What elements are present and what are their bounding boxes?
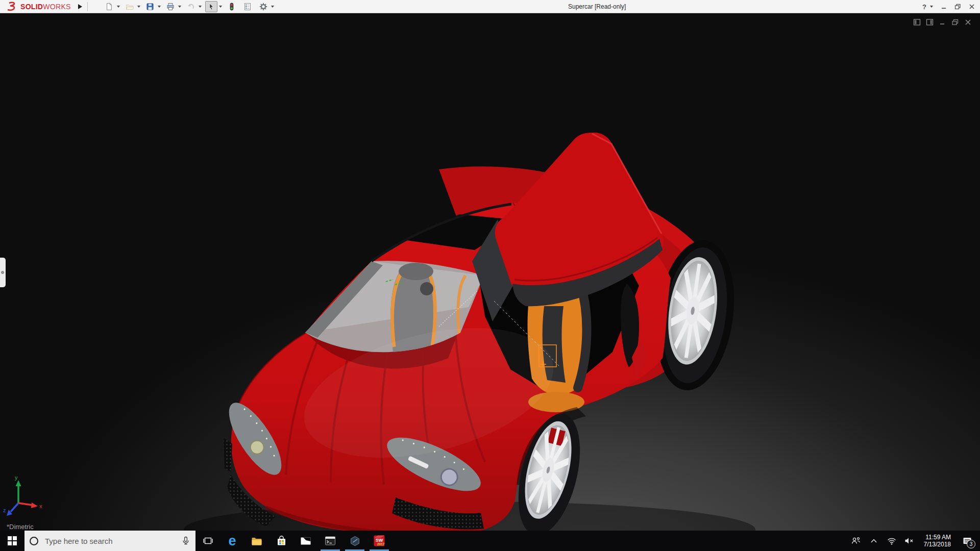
chevron-up-icon[interactable] (867, 531, 880, 551)
taskbar-clock[interactable]: 11:59 AM 7/13/2018 (921, 534, 954, 548)
graphics-viewport[interactable]: y x z *Dimetric (0, 13, 980, 531)
task-view-button[interactable] (195, 531, 220, 551)
taskbar-file-explorer-button[interactable] (244, 531, 269, 551)
start-button[interactable] (0, 531, 24, 551)
file-explorer-icon (251, 536, 262, 546)
tab-handle-dot (1, 271, 4, 274)
taskbar-hexagon-app-button[interactable] (342, 531, 367, 551)
system-tray: 11:59 AM 7/13/2018 3 (849, 531, 980, 551)
notification-badge: 3 (967, 540, 975, 548)
new-document-icon (105, 3, 113, 11)
open-folder-icon (126, 3, 134, 11)
command-prompt-icon (325, 536, 336, 546)
volume-muted-icon[interactable] (903, 531, 916, 551)
taskbar-edge-button[interactable]: e (220, 531, 244, 551)
cortana-icon (30, 537, 38, 545)
windows-logo-icon (8, 536, 17, 545)
sw-letters: SW (376, 538, 383, 543)
restore-button[interactable] (954, 4, 961, 10)
options-button[interactable] (257, 1, 270, 12)
quick-access-toolbar (103, 1, 278, 12)
toolbar-separator (87, 2, 88, 11)
undo-icon (187, 3, 195, 11)
dropdown-caret[interactable] (178, 6, 181, 8)
dropdown-caret[interactable] (199, 6, 202, 8)
action-center-button[interactable]: 3 (959, 531, 976, 551)
child-restore-button[interactable] (951, 18, 959, 26)
new-document-button[interactable] (103, 1, 115, 12)
solidworks-logo: SOLIDWORKS (0, 0, 71, 13)
print-button[interactable] (164, 1, 177, 12)
taskbar-solidworks-button[interactable]: SW 2017 (367, 531, 391, 551)
child-minimize-button[interactable] (938, 18, 946, 26)
model-scene[interactable]: y x z (0, 13, 980, 531)
rebuild-traffic-light-icon (228, 3, 236, 11)
triad-z-label: z (3, 507, 6, 513)
pane-left-button[interactable] (913, 18, 921, 26)
sw-year: 2017 (377, 542, 385, 546)
dropdown-caret[interactable] (271, 6, 274, 8)
minimize-button[interactable] (941, 4, 947, 10)
edge-icon: e (228, 534, 236, 548)
titlebar: SOLIDWORKS (0, 0, 980, 13)
window-controls: ? (922, 0, 975, 13)
help-glyph: ? (922, 3, 926, 11)
solidworks-2017-icon: SW 2017 (373, 535, 385, 547)
orientation-triad: y x z (3, 474, 42, 516)
help-dropdown-caret[interactable] (930, 6, 933, 8)
dropdown-caret[interactable] (117, 6, 120, 8)
featuremanager-collapsed-tab[interactable] (0, 258, 6, 287)
expand-menu-arrow-icon[interactable] (78, 4, 82, 9)
rebuild-button[interactable] (226, 1, 238, 12)
people-icon[interactable] (849, 531, 863, 551)
save-button[interactable] (144, 1, 156, 12)
taskbar-command-prompt-button[interactable] (318, 531, 342, 551)
ds-swoosh-icon (5, 2, 18, 12)
clock-date: 7/13/2018 (924, 541, 951, 548)
triad-x-label: x (39, 503, 42, 509)
print-icon (166, 3, 175, 11)
dropdown-caret[interactable] (137, 6, 140, 8)
dropdown-caret[interactable] (158, 6, 161, 8)
document-title: Supercar [Read-only] (568, 0, 626, 13)
triad-y-label: y (15, 474, 18, 481)
file-properties-button[interactable] (241, 1, 254, 12)
search-placeholder: Type here to search (45, 537, 181, 545)
child-window-controls (913, 18, 972, 26)
taskbar-search[interactable]: Type here to search (24, 531, 195, 551)
file-properties-icon (243, 3, 252, 11)
select-button[interactable] (205, 1, 217, 12)
save-icon (146, 3, 154, 11)
microphone-icon[interactable] (181, 536, 190, 545)
taskbar-mail-button[interactable] (293, 531, 318, 551)
clock-time: 11:59 AM (924, 534, 951, 541)
help-button[interactable]: ? (922, 3, 933, 11)
mail-icon (300, 537, 311, 545)
close-button[interactable] (969, 4, 975, 10)
select-cursor-icon (207, 3, 215, 11)
open-button[interactable] (124, 1, 136, 12)
undo-button[interactable] (185, 1, 197, 12)
task-view-icon (203, 536, 213, 545)
brand-text: SOLIDWORKS (20, 3, 71, 11)
taskbar-store-button[interactable] (269, 531, 293, 551)
dropdown-caret[interactable] (219, 6, 222, 8)
pane-right-button[interactable] (925, 18, 934, 26)
hexagon-app-icon (350, 536, 360, 546)
child-close-button[interactable] (964, 18, 972, 26)
car-model[interactable] (184, 133, 755, 531)
view-orientation-label: *Dimetric (7, 523, 34, 531)
options-gear-icon (259, 3, 267, 11)
wifi-icon[interactable] (885, 531, 898, 551)
microsoft-store-icon (276, 536, 287, 546)
taskbar: Type here to search e (0, 531, 980, 551)
